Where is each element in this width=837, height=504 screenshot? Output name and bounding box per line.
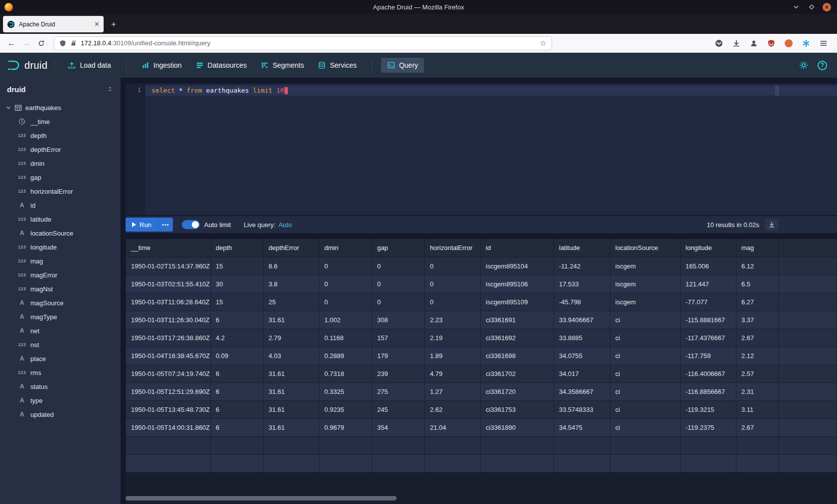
table-cell[interactable]: -117.759 (681, 347, 736, 365)
maximize-icon[interactable] (807, 3, 816, 11)
extension-icon[interactable] (784, 39, 793, 48)
table-cell[interactable]: 33.8885 (554, 329, 610, 347)
table-cell[interactable]: 1950-01-05T13:45:48.730Z (126, 400, 211, 418)
table-cell[interactable]: iscgem895109 (481, 293, 554, 311)
sidebar-column-horizontalError[interactable]: 123horizontalError (0, 184, 121, 198)
table-cell[interactable]: ci (610, 311, 681, 329)
sql-editor[interactable]: 1 select * from earthquakes limit 10 (126, 84, 837, 215)
live-query-auto-link[interactable]: Auto (279, 221, 292, 229)
table-cell[interactable]: 1950-01-03T02:51:55.410Z (126, 275, 211, 293)
sidebar-column-place[interactable]: Aplace (0, 352, 121, 366)
sidebar-column-magError[interactable]: 123magError (0, 268, 121, 282)
sidebar-column-updated[interactable]: Aupdated (0, 407, 121, 421)
sidebar-column-depth[interactable]: 123depth (0, 128, 121, 142)
column-header-locationSource[interactable]: locationSource (610, 239, 681, 257)
table-cell[interactable]: 3.37 (736, 311, 779, 329)
table-cell[interactable]: 354 (372, 418, 425, 436)
table-cell[interactable]: 2.19 (425, 329, 481, 347)
new-tab-button[interactable]: + (107, 17, 121, 31)
table-cell[interactable]: 31.61 (264, 365, 319, 382)
table-cell[interactable]: ci3361720 (481, 382, 554, 400)
table-cell[interactable]: ci (610, 329, 681, 347)
table-cell[interactable]: 2.79 (264, 329, 319, 347)
download-results-button[interactable] (765, 219, 778, 231)
table-cell[interactable]: 25 (264, 293, 319, 311)
table-cell[interactable]: ci (610, 347, 681, 365)
table-cell[interactable]: 0.09 (211, 347, 264, 365)
column-header-depth[interactable]: depth (211, 239, 264, 257)
column-header-longitude[interactable]: longitude (681, 239, 736, 257)
table-cell[interactable]: ci (610, 365, 681, 382)
sidebar-column-type[interactable]: Atype (0, 393, 121, 407)
druid-logo[interactable]: druid (7, 59, 47, 71)
table-cell[interactable]: 308 (372, 311, 425, 329)
sidebar-column-id[interactable]: Aid (0, 198, 121, 212)
table-cell[interactable]: iscgem (610, 275, 681, 293)
nav-services[interactable]: Services (312, 58, 363, 73)
column-header-id[interactable]: id (481, 239, 554, 257)
table-cell[interactable]: 0.7318 (319, 365, 372, 382)
table-cell[interactable]: 30 (211, 275, 264, 293)
table-cell[interactable]: 0.1168 (319, 329, 372, 347)
table-cell[interactable]: 1950-01-03T11:26:30.040Z (126, 311, 211, 329)
table-cell[interactable]: iscgem895106 (481, 275, 554, 293)
table-cell[interactable]: iscgem (610, 257, 681, 275)
table-cell[interactable]: 0.9235 (319, 400, 372, 418)
nav-segments[interactable]: Segments (255, 58, 310, 73)
table-cell[interactable]: 1.27 (425, 382, 481, 400)
sidebar-column-mag[interactable]: 123mag (0, 254, 121, 268)
url-bar[interactable]: 172.18.0.4:30109/unified-console.html#qu… (54, 36, 552, 50)
sidebar-column-status[interactable]: Astatus (0, 379, 121, 393)
table-cell[interactable]: 275 (372, 382, 425, 400)
table-cell[interactable]: 0 (372, 275, 425, 293)
table-cell[interactable]: 1950-01-02T15:14:37.960Z (126, 257, 211, 275)
table-cell[interactable]: 15 (211, 257, 264, 275)
column-header-horizontalError[interactable]: horizontalError (425, 239, 481, 257)
minimize-icon[interactable] (792, 3, 800, 11)
table-cell[interactable]: 0 (425, 293, 481, 311)
table-cell[interactable]: 34.017 (554, 365, 610, 382)
table-cell[interactable]: 179 (372, 347, 425, 365)
table-cell[interactable]: ci3361890 (481, 418, 554, 436)
code-area[interactable]: select * from earthquakes limit 10 (145, 84, 837, 215)
nav-query[interactable]: Query (381, 58, 424, 73)
table-cell[interactable]: 0 (425, 257, 481, 275)
table-cell[interactable]: 2.67 (736, 329, 779, 347)
table-cell[interactable]: 2.23 (425, 311, 481, 329)
table-cell[interactable]: -119.2375 (681, 418, 736, 436)
table-cell[interactable]: 0.2889 (319, 347, 372, 365)
table-cell[interactable]: 121.447 (681, 275, 736, 293)
table-cell[interactable]: 0.9679 (319, 418, 372, 436)
table-cell[interactable]: 2.12 (736, 347, 779, 365)
table-cell[interactable]: ci3361698 (481, 347, 554, 365)
table-cell[interactable]: 4.79 (425, 365, 481, 382)
table-cell[interactable]: 31.61 (264, 311, 319, 329)
table-cell[interactable]: 34.3586667 (554, 382, 610, 400)
table-cell[interactable]: iscgem895104 (481, 257, 554, 275)
schema-selector[interactable]: druid (0, 78, 121, 101)
table-cell[interactable]: ci3361692 (481, 329, 554, 347)
sidebar-column-magSource[interactable]: AmagSource (0, 296, 121, 310)
table-cell[interactable]: 6 (211, 418, 264, 436)
table-cell[interactable]: 1.89 (425, 347, 481, 365)
account-icon[interactable] (749, 39, 758, 48)
table-cell[interactable]: 157 (372, 329, 425, 347)
table-cell[interactable]: 1950-01-05T12:51:29.690Z (126, 382, 211, 400)
table-cell[interactable]: 31.61 (264, 418, 319, 436)
column-header-depthError[interactable]: depthError (264, 239, 319, 257)
pocket-icon[interactable] (714, 39, 723, 48)
tab-apache-druid[interactable]: Apache Druid ✕ (3, 16, 104, 32)
sidebar-column-net[interactable]: Anet (0, 324, 121, 338)
close-icon[interactable]: ✕ (823, 3, 831, 11)
sidebar-column-magType[interactable]: AmagType (0, 310, 121, 324)
editor-scrollbar[interactable] (775, 85, 779, 96)
table-cell[interactable]: 1950-01-03T17:26:38.860Z (126, 329, 211, 347)
table-cell[interactable]: 6.5 (736, 275, 779, 293)
table-cell[interactable]: 4.2 (211, 329, 264, 347)
sidebar-column-latitude[interactable]: 123latitude (0, 212, 121, 226)
table-cell[interactable]: 4.03 (264, 347, 319, 365)
run-button[interactable]: Run (126, 218, 158, 232)
table-cell[interactable]: -77.077 (681, 293, 736, 311)
table-cell[interactable]: 2.31 (736, 382, 779, 400)
table-cell[interactable]: 0 (372, 257, 425, 275)
